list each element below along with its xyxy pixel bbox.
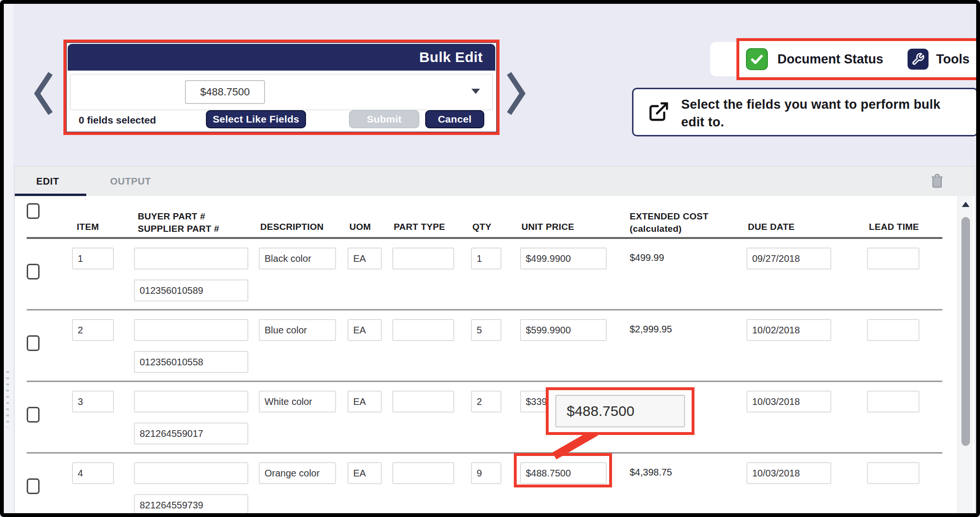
tools-button[interactable]: Tools: [908, 49, 970, 70]
document-status-annotation-box: Document Status Tools: [736, 38, 980, 80]
col-extended-cost: EXTENDED COST (calculated): [630, 210, 708, 235]
table-row: [15, 382, 975, 454]
part-type-input[interactable]: [392, 391, 454, 413]
col-supplier-part: SUPPLIER PART #: [138, 223, 219, 235]
fields-selected-count: 0 fields selected: [79, 114, 156, 126]
scrollbar-thumb[interactable]: [961, 217, 970, 446]
uom-input[interactable]: [347, 391, 382, 413]
unit-price-input[interactable]: [520, 248, 607, 269]
bulk-edit-field-dropdown[interactable]: [70, 74, 493, 110]
lead-time-input[interactable]: [867, 248, 919, 269]
extended-cost-value: $4,398.75: [630, 467, 672, 478]
due-date-input[interactable]: [746, 319, 831, 341]
due-date-input[interactable]: [746, 391, 831, 413]
buyer-part-input[interactable]: [134, 319, 248, 341]
tab-edit[interactable]: EDIT: [36, 176, 59, 187]
qty-input[interactable]: [471, 248, 501, 269]
unit-price-annotation-box: [514, 453, 612, 487]
buyer-part-input[interactable]: [134, 462, 248, 484]
qty-input[interactable]: [471, 319, 501, 341]
lead-time-input[interactable]: [867, 319, 919, 341]
uom-input[interactable]: [347, 248, 382, 269]
bulk-edit-tooltip: Select the fields you want to perform bu…: [632, 88, 978, 136]
extended-cost-value: $499.99: [630, 252, 664, 263]
uom-input[interactable]: [347, 462, 382, 484]
tab-bar: EDIT OUTPUT: [15, 166, 975, 196]
part-type-input[interactable]: [392, 462, 454, 484]
table-header-row: ITEM BUYER PART # SUPPLIER PART # DESCRI…: [15, 196, 975, 239]
bulk-edit-footer: 0 fields selected Select Like Fields Sub…: [70, 109, 493, 130]
description-input[interactable]: [259, 248, 336, 269]
col-description: DESCRIPTION: [260, 222, 324, 232]
col-lead-time: LEAD TIME: [869, 222, 919, 232]
buyer-part-input[interactable]: [134, 391, 248, 413]
left-scroll-ticks: [6, 371, 9, 427]
submit-button[interactable]: Submit: [349, 110, 419, 128]
col-item: ITEM: [77, 222, 99, 232]
bulk-edit-annotation-box: Bulk Edit 0 fields selected Select Like …: [63, 40, 500, 135]
part-type-input[interactable]: [392, 319, 454, 341]
supplier-part-input[interactable]: [134, 423, 248, 445]
app-canvas: Bulk Edit 0 fields selected Select Like …: [0, 0, 980, 517]
chevron-down-icon[interactable]: [471, 89, 480, 94]
bulk-edit-title: Bulk Edit: [68, 44, 495, 71]
supplier-part-input[interactable]: [134, 351, 248, 373]
row-checkbox[interactable]: [27, 407, 40, 423]
chevron-left-icon[interactable]: [33, 70, 55, 117]
qty-input[interactable]: [471, 391, 501, 413]
extended-cost-value: $2,999.95: [630, 324, 672, 335]
tab-output[interactable]: OUTPUT: [110, 176, 151, 187]
select-like-fields-button[interactable]: Select Like Fields: [206, 110, 306, 128]
item-input[interactable]: [72, 248, 114, 269]
item-input[interactable]: [72, 391, 114, 413]
item-input[interactable]: [72, 319, 114, 341]
col-extended-cost-line: EXTENDED COST: [630, 210, 708, 223]
wrench-icon: [908, 49, 929, 70]
lead-time-input[interactable]: [867, 462, 919, 484]
table-row: $499.99: [15, 239, 975, 310]
bulk-edit-value-input[interactable]: [185, 80, 265, 104]
col-extended-cost-note: (calculated): [630, 223, 708, 235]
magnified-unit-price-annotation: $488.7500: [546, 387, 694, 435]
line-items-panel: EDIT OUTPUT ITEM BUYER PART # SUPPLIER P…: [14, 166, 975, 517]
description-input[interactable]: [259, 462, 336, 484]
col-qty: QTY: [472, 222, 491, 232]
row-checkbox[interactable]: [27, 478, 40, 494]
supplier-part-input[interactable]: [134, 494, 248, 516]
col-due-date: DUE DATE: [748, 222, 795, 232]
table-row: $4,398.75: [15, 454, 975, 517]
magnified-unit-price-value: $488.7500: [555, 395, 685, 427]
external-edit-icon: [648, 101, 670, 123]
row-checkbox[interactable]: [27, 335, 40, 351]
description-input[interactable]: [259, 391, 336, 413]
table-row: $2,999.95: [15, 310, 975, 382]
col-buyer-supplier-part: BUYER PART # SUPPLIER PART #: [138, 210, 219, 235]
cancel-button[interactable]: Cancel: [425, 110, 484, 128]
due-date-input[interactable]: [746, 462, 831, 484]
delete-icon[interactable]: [930, 173, 944, 189]
chevron-right-icon[interactable]: [504, 70, 526, 117]
vertical-scrollbar[interactable]: [958, 196, 973, 517]
part-type-input[interactable]: [392, 248, 454, 269]
row-checkbox[interactable]: [27, 264, 40, 279]
check-icon[interactable]: [746, 48, 768, 70]
unit-price-input[interactable]: [520, 319, 607, 341]
due-date-input[interactable]: [746, 248, 831, 269]
col-part-type: PART TYPE: [394, 222, 445, 232]
buyer-part-input[interactable]: [134, 248, 248, 269]
description-input[interactable]: [259, 319, 336, 341]
qty-input[interactable]: [471, 462, 501, 484]
lead-time-input[interactable]: [867, 391, 919, 413]
col-uom: UOM: [349, 222, 371, 232]
tools-label: Tools: [936, 52, 970, 67]
col-unit-price: UNIT PRICE: [521, 222, 574, 232]
select-all-checkbox[interactable]: [27, 203, 40, 219]
uom-input[interactable]: [347, 319, 382, 341]
col-buyer-part: BUYER PART #: [138, 210, 219, 223]
left-edge-strip: [4, 4, 13, 513]
scroll-up-arrow-icon[interactable]: [962, 202, 970, 207]
tooltip-text: Select the fields you want to perform bu…: [681, 96, 967, 131]
item-input[interactable]: [72, 462, 114, 484]
document-status-label[interactable]: Document Status: [777, 52, 883, 67]
supplier-part-input[interactable]: [134, 279, 248, 301]
